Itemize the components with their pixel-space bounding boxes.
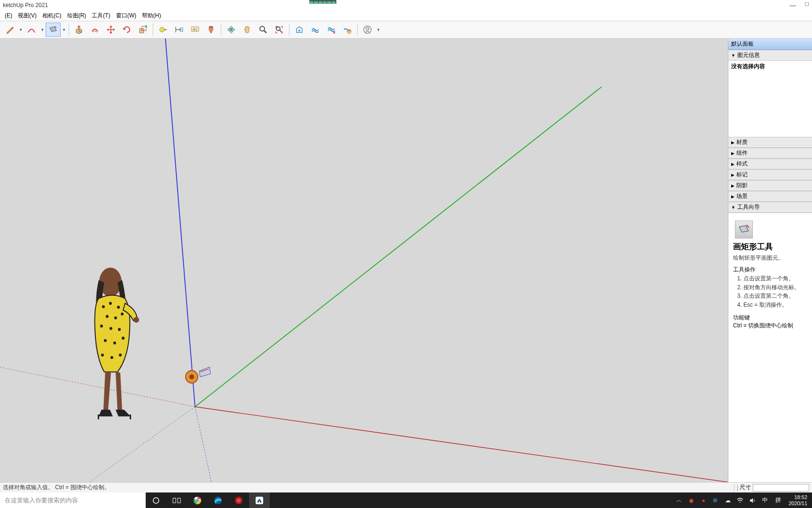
chevron-right-icon: ▶ [731,183,734,188]
section-tags[interactable]: ▶标记 [728,169,812,180]
menu-view[interactable]: 视图(V) [15,11,39,21]
tray-app1-icon[interactable]: ◉ [687,496,695,505]
svg-point-13 [298,30,300,32]
arc-dropdown[interactable]: ▾ [39,27,45,32]
zoom-extents-tool[interactable] [272,23,287,37]
svg-point-44 [153,498,159,503]
clock-time: 18:52 [789,494,807,500]
menu-edit[interactable]: (E) [2,11,15,20]
chevron-down-icon: ▼ [731,205,735,210]
svg-point-30 [100,325,103,327]
measure-input[interactable] [753,484,809,492]
rotate-tool[interactable] [119,23,134,37]
svg-point-49 [196,499,199,502]
status-bar: 选择对角或输入值。 Ctrl = 围绕中心绘制。 尺寸 [0,482,812,492]
account-dropdown[interactable]: ▾ [375,27,381,32]
tray-cloud-icon[interactable]: ☁ [724,496,732,505]
svg-line-17 [0,367,195,407]
orbit-tool[interactable] [224,23,239,37]
menu-camera[interactable]: 相机(C) [39,11,64,21]
svg-line-19 [195,407,211,482]
tray-app2-icon[interactable]: ● [699,496,708,505]
chevron-right-icon: ▶ [731,173,734,177]
viewport[interactable] [0,39,728,482]
tape-tool[interactable] [156,23,171,37]
menu-tools[interactable]: 工具(T) [89,11,113,21]
extension1-tool[interactable] [308,23,323,37]
section-instructor[interactable]: ▼工具向导 [728,202,812,213]
dimension-tool[interactable] [172,23,187,37]
menu-help[interactable]: 帮助(H) [139,11,164,21]
arc-tool[interactable] [24,23,39,37]
chevron-right-icon: ▶ [731,194,734,199]
pushpull-tool[interactable] [71,23,86,37]
tray-wifi-icon[interactable] [736,496,744,505]
step-item: 点击设置第二个角。 [743,292,807,300]
svg-point-10 [230,29,232,31]
tray-chevron-icon[interactable]: ︿ [675,496,683,505]
menu-window[interactable]: 窗口(W) [113,11,139,21]
pencil-tool[interactable] [2,23,17,37]
extension2-tool[interactable] [324,23,339,37]
tool-desc: 绘制矩形平面图元。 [733,254,807,262]
sketchup-taskbar-icon[interactable] [249,492,270,508]
tray-shield-icon[interactable]: ⛨ [711,496,720,505]
scale-tool[interactable] [135,23,150,37]
scale-figure [95,268,139,420]
section-label: 组件 [736,149,748,157]
svg-point-7 [209,26,213,28]
svg-point-3 [160,27,164,32]
mod-title: 功能键 [733,314,807,322]
offset-tool[interactable] [87,23,102,37]
svg-point-36 [101,354,104,357]
edge-icon[interactable] [208,492,228,508]
move-tool[interactable] [103,23,118,37]
pencil-dropdown[interactable]: ▾ [18,27,23,32]
ime-lang[interactable]: 中 [760,496,770,504]
section-styles[interactable]: ▶样式 [728,159,812,169]
svg-line-20 [165,39,195,407]
rectangle-dropdown[interactable]: ▾ [61,27,67,32]
step-item: 按对角方向移动光标。 [743,284,807,292]
svg-point-52 [237,499,241,502]
section-entity-info[interactable]: ▼ 图元信息 [728,50,812,61]
menubar: (E) 视图(V) 相机(C) 绘图(R) 工具(T) 窗口(W) 帮助(H) [0,10,812,21]
svg-point-25 [109,302,112,305]
rectangle-icon [735,221,753,238]
taskbar: 在这里输入你要搜索的内容 ︿ ◉ ● ⛨ ☁ 中 拼 18:52 2020/11 [0,492,812,508]
zoom-tool[interactable] [256,23,271,37]
tray-clock[interactable]: 18:52 2020/11 [787,494,809,506]
maximize-button[interactable]: ☐ [804,1,809,9]
svg-line-18 [0,407,195,482]
section-scenes[interactable]: ▶场景 [728,191,812,202]
minimize-button[interactable]: — [789,1,796,9]
record-icon[interactable] [228,492,249,508]
pan-tool[interactable] [240,23,255,37]
dock-title[interactable]: 默认面板 [728,39,812,50]
entity-info-empty: 没有选择内容 [728,61,812,72]
section-shadows[interactable]: ▶阴影 [728,180,812,191]
section-components[interactable]: ▶组件 [728,148,812,159]
chrome-icon[interactable] [187,492,208,508]
svg-point-38 [119,354,122,357]
cortana-icon[interactable] [146,492,166,508]
step-item: 点击设置第一个角。 [743,275,807,283]
warehouse-tool[interactable] [292,23,307,37]
taskview-icon[interactable] [166,492,187,508]
svg-point-39 [133,317,139,323]
tray-volume-icon[interactable] [748,496,757,505]
section-label: 场景 [736,192,748,200]
menu-draw[interactable]: 绘图(R) [64,11,89,21]
section-materials[interactable]: ▶材质 [728,137,812,148]
extension-manager-tool[interactable] [340,23,355,37]
svg-point-32 [118,328,121,331]
svg-point-11 [260,26,265,31]
rectangle-tool[interactable] [46,23,61,37]
svg-text:A1: A1 [193,27,197,32]
text-tool[interactable]: A1 [187,23,203,37]
chevron-right-icon: ▶ [731,162,734,167]
paint-tool[interactable] [203,23,219,37]
account-tool[interactable] [360,23,375,37]
ime-mode[interactable]: 拼 [773,496,783,504]
taskbar-search[interactable]: 在这里输入你要搜索的内容 [0,492,146,508]
